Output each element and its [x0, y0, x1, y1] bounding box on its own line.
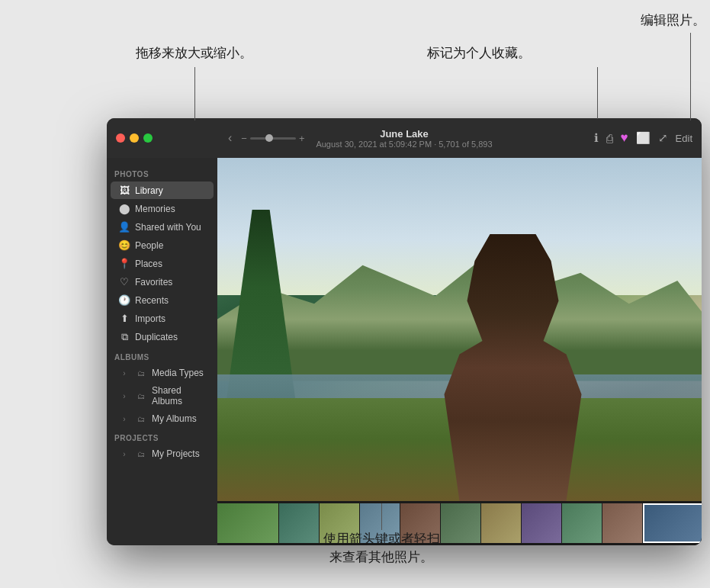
- photo-area: [217, 158, 702, 545]
- sidebar-item-shared-albums[interactable]: › 🗂 Shared Albums: [111, 382, 214, 410]
- expand-my-albums-icon: ›: [118, 415, 130, 423]
- crop-icon[interactable]: ⬜: [636, 131, 651, 145]
- traffic-lights: [116, 133, 153, 143]
- drag-zoom-line: [194, 67, 195, 120]
- maximize-button[interactable]: [143, 133, 153, 143]
- library-icon: 🖼: [118, 185, 130, 196]
- expand-icon[interactable]: ⤢: [658, 131, 668, 145]
- people-icon: 😊: [118, 239, 130, 251]
- sidebar-item-my-projects[interactable]: › 🗂 My Projects: [111, 445, 214, 462]
- sidebar-item-my-albums-label: My Albums: [152, 413, 197, 424]
- sidebar-item-media-types-label: Media Types: [152, 368, 204, 378]
- sidebar-item-imports-label: Imports: [135, 313, 165, 324]
- zoom-minus[interactable]: −: [241, 133, 247, 144]
- expand-my-projects-icon: ›: [118, 450, 130, 458]
- share-icon[interactable]: ⎙: [606, 132, 613, 145]
- expand-media-types-icon: ›: [118, 369, 130, 378]
- photo-subtitle: August 30, 2021 at 5:09:42 PM · 5,701 of…: [316, 140, 492, 149]
- my-albums-folder-icon: 🗂: [135, 415, 147, 423]
- edit-photo-line: [690, 33, 691, 120]
- sidebar-item-duplicates[interactable]: ⧉ Duplicates: [111, 328, 214, 346]
- sidebar-item-favorites[interactable]: ♡ Favorites: [111, 273, 214, 291]
- thumbnail[interactable]: [602, 503, 642, 543]
- favorites-icon: ♡: [118, 276, 130, 288]
- sky-layer: [217, 158, 702, 295]
- sidebar-item-library-label: Library: [135, 185, 163, 196]
- zoom-plus[interactable]: +: [299, 133, 305, 144]
- nav-controls: ‹ − +: [225, 130, 305, 146]
- my-projects-folder-icon: 🗂: [135, 450, 147, 458]
- sidebar-item-recents[interactable]: 🕐 Recents: [111, 291, 214, 309]
- edit-photo-callout: 编辑照片。: [641, 11, 705, 30]
- duplicates-icon: ⧉: [118, 331, 130, 343]
- edit-button[interactable]: Edit: [676, 133, 692, 144]
- sidebar-item-duplicates-label: Duplicates: [135, 332, 178, 342]
- places-icon: 📍: [118, 258, 130, 269]
- thumbnail[interactable]: [279, 503, 319, 543]
- title-bar: ‹ − + June Lake August 30, 2021 at 5:09:…: [107, 118, 702, 158]
- sidebar-item-recents-label: Recents: [135, 295, 169, 306]
- thumbnail[interactable]: [400, 503, 440, 543]
- sidebar-item-people[interactable]: 😊 People: [111, 236, 214, 254]
- sidebar-item-library[interactable]: 🖼 Library: [111, 182, 214, 199]
- sidebar-item-places[interactable]: 📍 Places: [111, 255, 214, 272]
- zoom-track[interactable]: [250, 137, 296, 140]
- sidebar-item-shared-albums-label: Shared Albums: [152, 385, 206, 406]
- sidebar: Photos 🖼 Library ⬤ Memories 👤 Shared wit…: [107, 158, 217, 545]
- thumbnail[interactable]: [562, 503, 602, 543]
- back-arrow[interactable]: ‹: [225, 130, 235, 146]
- thumbnail-strip[interactable]: [217, 501, 702, 545]
- content-area: Photos 🖼 Library ⬤ Memories 👤 Shared wit…: [107, 158, 702, 545]
- mark-favorite-line: [597, 67, 598, 119]
- close-button[interactable]: [116, 133, 125, 143]
- app-window: ‹ − + June Lake August 30, 2021 at 5:09:…: [107, 118, 702, 545]
- drag-zoom-callout: 拖移来放大或缩小。: [136, 44, 252, 63]
- thumbnail[interactable]: [441, 503, 480, 543]
- thumbnail[interactable]: [320, 503, 359, 543]
- shared-with-you-icon: 👤: [118, 221, 130, 233]
- sidebar-item-favorites-label: Favorites: [135, 277, 172, 288]
- title-bar-actions: ℹ ⎙ ♥ ⬜ ⤢ Edit: [594, 130, 693, 146]
- sidebar-item-memories-label: Memories: [135, 204, 175, 214]
- thumbnail[interactable]: [481, 503, 521, 543]
- sidebar-item-places-label: Places: [135, 259, 162, 269]
- sidebar-item-media-types[interactable]: › 🗂 Media Types: [111, 365, 214, 381]
- sidebar-item-memories[interactable]: ⬤ Memories: [111, 200, 214, 217]
- thumbnail[interactable]: [522, 503, 561, 543]
- memories-icon: ⬤: [118, 203, 130, 214]
- sidebar-item-shared-with-you[interactable]: 👤 Shared with You: [111, 218, 214, 236]
- sidebar-item-my-albums[interactable]: › 🗂 My Albums: [111, 410, 214, 427]
- main-photo: [217, 158, 702, 501]
- imports-icon: ⬆: [118, 313, 130, 324]
- media-types-folder-icon: 🗂: [135, 369, 147, 378]
- photo-main[interactable]: [217, 158, 702, 501]
- thumbnail-active[interactable]: [643, 503, 702, 543]
- mark-favorite-callout: 标记为个人收藏。: [427, 44, 531, 63]
- title-center: June Lake August 30, 2021 at 5:09:42 PM …: [316, 128, 492, 149]
- shared-albums-folder-icon: 🗂: [135, 392, 147, 400]
- zoom-thumb[interactable]: [265, 134, 273, 142]
- photo-title: June Lake: [316, 128, 492, 140]
- projects-section-label: Projects: [107, 428, 217, 445]
- info-icon[interactable]: ℹ: [594, 131, 599, 145]
- sidebar-item-people-label: People: [135, 240, 163, 251]
- thumbnail[interactable]: [217, 503, 278, 543]
- sidebar-item-my-projects-label: My Projects: [152, 448, 200, 459]
- thumbnail[interactable]: [360, 503, 400, 543]
- favorite-heart-icon[interactable]: ♥: [621, 130, 628, 146]
- sidebar-item-shared-with-you-label: Shared with You: [135, 222, 201, 233]
- minimize-button[interactable]: [130, 133, 139, 143]
- zoom-slider[interactable]: − +: [241, 133, 304, 144]
- photos-section-label: Photos: [107, 164, 217, 181]
- albums-section-label: Albums: [107, 347, 217, 364]
- recents-icon: 🕐: [118, 294, 130, 306]
- expand-shared-albums-icon: ›: [118, 392, 130, 400]
- sidebar-item-imports[interactable]: ⬆ Imports: [111, 310, 214, 327]
